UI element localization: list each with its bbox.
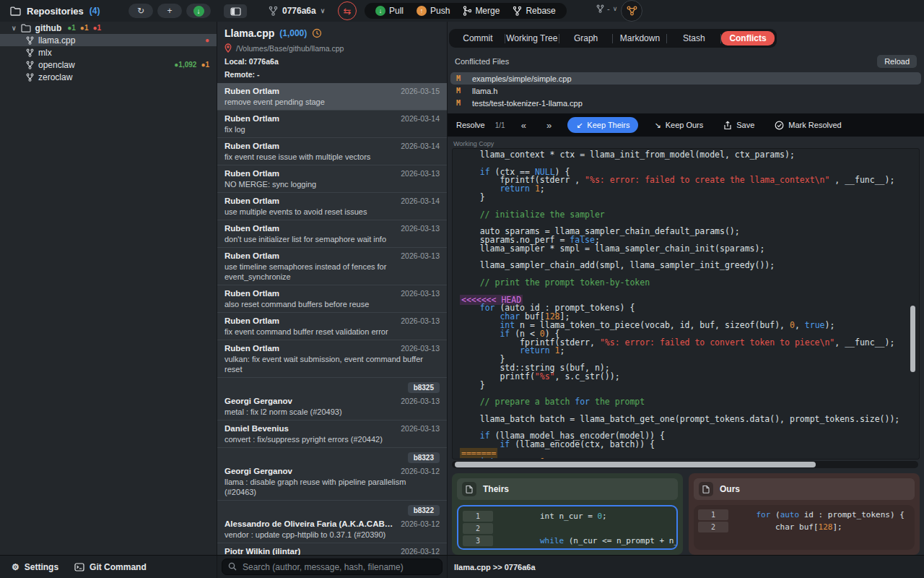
commit-row[interactable]: Ruben Ortlam2026-03-14use multiple event… bbox=[217, 193, 447, 220]
commit-date: 2026-03-13 bbox=[396, 316, 440, 327]
commit-author: Ruben Ortlam bbox=[225, 196, 279, 207]
repo-item-zeroclaw[interactable]: zeroclaw bbox=[0, 71, 217, 83]
build-badge-row: b8325 bbox=[225, 381, 440, 396]
keep-theirs-arrow-icon: ↙ bbox=[576, 121, 583, 130]
commit-row[interactable]: Piotr Wilkin (ilintar)2026-03-12tests : … bbox=[217, 543, 447, 555]
merge-label: Merge bbox=[475, 6, 500, 16]
commit-date: 2026-03-13 bbox=[396, 396, 440, 407]
commit-row[interactable]: Ruben Ortlam2026-03-14fix log bbox=[217, 111, 447, 138]
tab-commit[interactable]: Commit bbox=[451, 31, 505, 46]
commit-row[interactable]: Ruben Ortlam2026-03-13vulkan: fix event … bbox=[217, 340, 447, 378]
ours-code[interactable]: 1 for (auto id : prompt_tokens) {2 char … bbox=[694, 505, 915, 550]
commit-row[interactable]: Ruben Ortlam2026-03-13also reset command… bbox=[217, 285, 447, 313]
commit-author: Alessandro de Oliveira Faria (A.K.A.CABE… bbox=[225, 519, 396, 530]
repo-item-openclaw[interactable]: openclaw●1,092●1 bbox=[0, 59, 217, 71]
terminal-icon bbox=[74, 563, 84, 571]
tab-markdown[interactable]: Markdown bbox=[613, 31, 666, 46]
line-number: 2 bbox=[463, 523, 493, 534]
tab-conflicts[interactable]: Conflicts bbox=[721, 31, 775, 46]
commit-row[interactable]: Ruben Ortlam2026-03-15remove event pendi… bbox=[217, 83, 447, 111]
code-line bbox=[460, 288, 919, 296]
push-button[interactable]: ↑Push bbox=[410, 3, 456, 19]
branch-selector[interactable]: 0776a6a ∨ bbox=[269, 3, 325, 19]
upstream-selector[interactable]: - ∨ bbox=[596, 4, 617, 13]
conflicted-file-row[interactable]: Mexamples/simple/simple.cpp bbox=[450, 72, 921, 85]
graph-button[interactable] bbox=[621, 0, 642, 22]
sync-icon: ⇆ bbox=[344, 6, 352, 17]
horizontal-scrollbar-thumb[interactable] bbox=[455, 462, 816, 467]
keep-theirs-button[interactable]: ↙Keep Theirs bbox=[567, 117, 638, 133]
app-window: Repositories (4) ↻ + ↓ 0776a6a ∨ ⇆ ↓Pull… bbox=[0, 0, 924, 578]
keep-ours-button[interactable]: ↘Keep Ours bbox=[645, 117, 712, 133]
vertical-scrollbar[interactable] bbox=[910, 306, 915, 372]
refresh-button[interactable]: ↻ bbox=[128, 4, 153, 18]
settings-button[interactable]: ⚙Settings bbox=[12, 562, 58, 572]
next-conflict-button[interactable]: » bbox=[538, 120, 560, 131]
repo-status: ●1,092●1 bbox=[174, 61, 209, 69]
commit-row[interactable]: Ruben Ortlam2026-03-13NO MERGE: sync log… bbox=[217, 165, 447, 193]
push-label: Push bbox=[430, 6, 450, 16]
commit-row[interactable]: b8323Georgi Gerganov2026-03-12llama : di… bbox=[217, 448, 447, 501]
mark-resolved-button[interactable]: Mark Resolved bbox=[766, 117, 850, 133]
commit-row[interactable]: Ruben Ortlam2026-03-13don't use initiali… bbox=[217, 220, 447, 248]
diff-line: 2 bbox=[458, 522, 676, 535]
push-icon: ↑ bbox=[417, 6, 427, 16]
code-line: return 1; bbox=[460, 347, 919, 355]
commit-message: llama : disable graph reuse with pipelin… bbox=[225, 477, 440, 497]
tab-graph[interactable]: Graph bbox=[559, 31, 613, 46]
fetch-all-button[interactable]: ↓ bbox=[186, 4, 211, 18]
git-command-button[interactable]: Git Command bbox=[74, 562, 147, 572]
repo-group-github[interactable]: ∨github●1●1●1 bbox=[0, 22, 217, 34]
commit-row[interactable]: b8325Georgi Gerganov2026-03-13metal : fi… bbox=[217, 378, 447, 420]
commit-row[interactable]: Ruben Ortlam2026-03-13use timeline semap… bbox=[217, 248, 447, 285]
commit-message: convert : fix/suppress pyright errors (#… bbox=[225, 434, 440, 444]
code-line: printf("%s", s.c_str()); bbox=[460, 373, 919, 381]
download-icon: ↓ bbox=[193, 6, 204, 17]
sync-conflict-button[interactable]: ⇆ bbox=[338, 1, 357, 20]
commit-author: Ruben Ortlam bbox=[225, 316, 279, 327]
ours-header: Ours bbox=[694, 478, 915, 500]
commit-header: Ruben Ortlam2026-03-14 bbox=[225, 141, 440, 152]
conflicted-files-list: Mexamples/simple/simple.cppMllama.hMtest… bbox=[450, 72, 921, 109]
save-label: Save bbox=[736, 121, 754, 129]
add-repo-button[interactable]: + bbox=[157, 4, 182, 18]
plus-icon: + bbox=[167, 6, 172, 16]
gear-icon: ⚙ bbox=[12, 562, 19, 572]
merge-button[interactable]: Merge bbox=[456, 3, 506, 19]
working-copy-editor[interactable]: llama_context * ctx = llama_init_from_mo… bbox=[452, 148, 920, 460]
save-button[interactable]: Save bbox=[715, 117, 763, 133]
commit-header: Ruben Ortlam2026-03-13 bbox=[225, 343, 440, 354]
repo-item-llama.cpp[interactable]: llama.cpp● bbox=[0, 34, 217, 46]
commit-row[interactable]: Ruben Ortlam2026-03-13fix event command … bbox=[217, 313, 447, 340]
horizontal-scrollbar-track[interactable] bbox=[452, 461, 918, 468]
rebase-button[interactable]: Rebase bbox=[506, 3, 562, 19]
commit-row[interactable]: b8322Alessandro de Oliveira Faria (A.K.A… bbox=[217, 501, 447, 543]
sidebar-toggle-button[interactable] bbox=[224, 4, 247, 18]
theirs-code[interactable]: 1 int n_cur = 0;2 3 while (n_cur <= n_pr… bbox=[457, 505, 678, 550]
theirs-pane: Theirs 1 int n_cur = 0;2 3 while (n_cur … bbox=[452, 473, 683, 555]
repo-tree: ∨github●1●1●1llama.cpp●mlxopenclaw●1,092… bbox=[0, 22, 217, 83]
commit-message: use multiple events to avoid reset issue… bbox=[225, 207, 440, 217]
build-badge-row: b8323 bbox=[225, 451, 440, 466]
repo-item-mlx[interactable]: mlx bbox=[0, 46, 217, 59]
conflicted-file-row[interactable]: Mllama.h bbox=[450, 85, 921, 97]
commit-row[interactable]: Ruben Ortlam2026-03-14fix event reuse is… bbox=[217, 138, 447, 165]
commit-date: 2026-03-12 bbox=[396, 546, 440, 555]
reload-button[interactable]: Reload bbox=[877, 55, 917, 68]
tab-stash[interactable]: Stash bbox=[667, 31, 720, 46]
repo-name: zeroclaw bbox=[38, 72, 72, 82]
commit-row[interactable]: Daniel Bevenius2026-03-13convert : fix/s… bbox=[217, 420, 447, 448]
pull-button[interactable]: ↓Pull bbox=[369, 3, 410, 19]
diff-line-text: char buf[128]; bbox=[737, 522, 842, 532]
repositories-header: Repositories (4) ↻ + ↓ bbox=[0, 0, 217, 22]
branch-icon bbox=[26, 73, 34, 82]
conflicted-files-header: Conflicted Files Reload bbox=[455, 55, 917, 68]
keep-ours-label: Keep Ours bbox=[666, 121, 704, 129]
search-input[interactable] bbox=[222, 558, 443, 575]
code-view: llama_context * ctx = llama_init_from_mo… bbox=[460, 151, 919, 460]
code-line: int n_cur = 0; bbox=[460, 458, 919, 460]
conflicted-file-row[interactable]: Mtests/test-tokenizer-1-llama.cpp bbox=[450, 97, 921, 109]
status-dot-orange: ●1 bbox=[201, 61, 209, 69]
tab-working-tree[interactable]: Working Tree bbox=[505, 31, 559, 46]
prev-conflict-button[interactable]: « bbox=[513, 120, 535, 131]
